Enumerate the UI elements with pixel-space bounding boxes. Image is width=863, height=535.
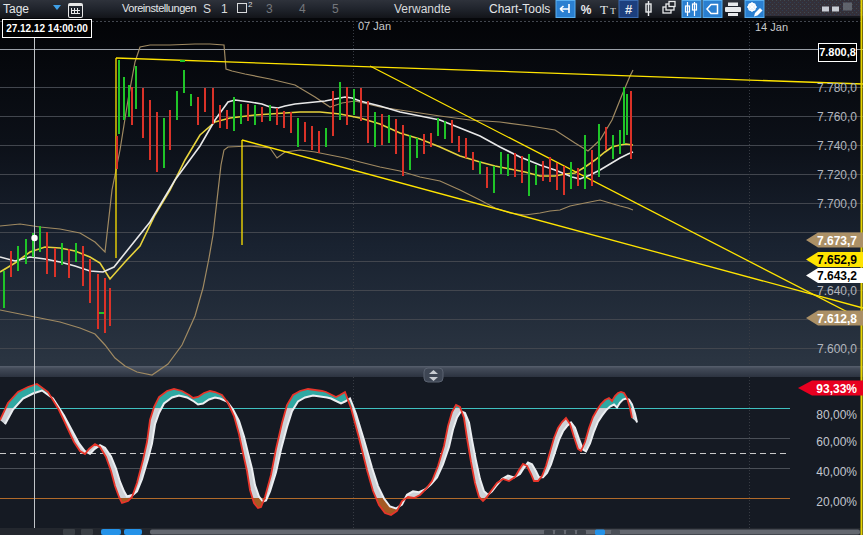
svg-text:T: T (610, 6, 616, 16)
svg-text:%: % (581, 3, 592, 17)
svg-text:7.652,9: 7.652,9 (817, 253, 857, 267)
svg-text:7.673,7: 7.673,7 (817, 234, 857, 248)
svg-text:7.612,8: 7.612,8 (817, 312, 857, 326)
svg-text:93,33%: 93,33% (816, 382, 857, 396)
svg-text:T: T (600, 2, 608, 17)
svg-text:7.643,2: 7.643,2 (817, 269, 857, 283)
svg-text:#: # (625, 2, 633, 17)
